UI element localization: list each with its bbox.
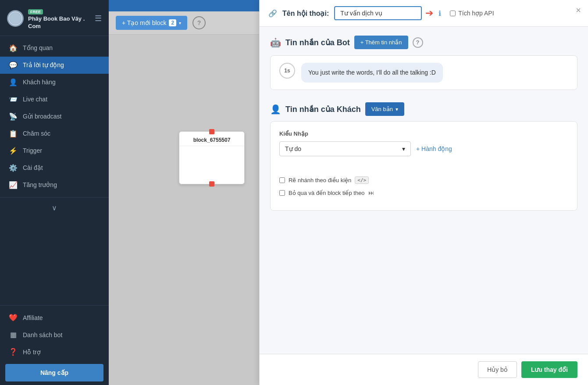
bot-section-help-icon[interactable]: ? — [413, 37, 423, 48]
nav-label-cham-soc: Chăm sóc — [23, 130, 50, 137]
hamburger-icon[interactable]: ☰ — [95, 14, 102, 23]
red-arrow-icon: ➔ — [425, 7, 433, 19]
kieu-nhap-row: Tự do ▾ + Hành động — [279, 141, 568, 156]
nav-icon-khach-hang: 👤 — [9, 78, 18, 86]
cancel-button[interactable]: Hủy bỏ — [478, 361, 517, 378]
nav-label-khach-hang: Khách hàng — [23, 79, 56, 86]
sidebar-item-danh-sach-bot[interactable]: ▦ Danh sách bot — [0, 326, 109, 343]
sidebar-item-live-chat[interactable]: 📨 Live chat — [0, 91, 109, 108]
sidebar-item-cham-soc[interactable]: 📋 Chăm sóc — [0, 125, 109, 142]
block-title: block_6755507 — [179, 134, 244, 146]
api-checkbox[interactable] — [450, 11, 456, 16]
block-body — [179, 146, 244, 181]
message-bubble: 1s You just write the words, I'll do all… — [270, 55, 577, 90]
sidebar: FREE Phây Book Bao Vây . Com ☰ 🏠 Tổng qu… — [0, 0, 109, 385]
block-connector-bottom — [209, 181, 214, 187]
bo-qua-label: Bỏ qua và đến block tiếp theo — [289, 190, 365, 196]
right-panel: 🔗 Tên hội thoại: ➔ ℹ Tích hợp API × 🤖 Ti… — [259, 0, 588, 385]
brand-info: FREE Phây Book Bao Vây . Com — [28, 7, 90, 30]
main-area: Nhận tin mới nhất tại fb.com/groups/ahac… — [109, 0, 588, 385]
add-message-button[interactable]: + Thêm tin nhắn — [354, 36, 408, 49]
brand-logo — [7, 10, 24, 27]
brand-name: Phây Book Bao Vây . Com — [28, 15, 90, 30]
guest-title-row: 👤 Tin nhắn của Khách Văn bản ▾ — [270, 102, 577, 116]
nav-icon-cai-dat: ⚙️ — [9, 164, 18, 172]
panel-footer: Hủy bỏ Lưu thay đổi — [260, 354, 588, 385]
sidebar-item-trigger[interactable]: ⚡ Trigger — [0, 142, 109, 159]
nav-icon-gui-broadcast: 📡 — [9, 112, 18, 121]
nav-icon-affiliate: ❤️ — [9, 313, 18, 322]
sidebar-item-affiliate[interactable]: ❤️ Affiliate — [0, 309, 109, 326]
bot-section-title: Tin nhắn của Bot — [285, 38, 350, 47]
nav-label-tong-quan: Tổng quan — [23, 44, 53, 51]
create-block-button[interactable]: + Tạo mới block 2 ▾ — [116, 16, 187, 30]
van-ban-label: Văn bản — [371, 106, 393, 112]
sidebar-nav: 🏠 Tổng quan💬 Trả lời tự động👤 Khách hàng… — [0, 36, 109, 305]
nav-icon-tang-truong: 📈 — [9, 181, 18, 189]
tu-do-option: Tự do — [285, 145, 301, 152]
sidebar-item-gui-broadcast[interactable]: 📡 Gửi broadcast — [0, 108, 109, 125]
bubble-text[interactable]: You just write the words, I'll do all th… — [301, 63, 443, 83]
upgrade-button[interactable]: Nâng cấp — [5, 364, 103, 381]
bubble-timer: 1s — [279, 63, 295, 79]
help-button[interactable]: ? — [192, 16, 206, 29]
nav-label-trigger: Trigger — [23, 147, 42, 154]
nav-icon-cham-soc: 📋 — [9, 130, 18, 138]
hanh-dong-button[interactable]: + Hành động — [416, 145, 452, 152]
kieu-nhap-label: Kiểu Nhập — [279, 130, 568, 137]
bot-section-title-row: 🤖 Tin nhắn của Bot + Thêm tin nhắn ? — [270, 36, 577, 49]
block-connector-top — [209, 129, 214, 134]
sidebar-divider — [0, 197, 109, 198]
info-icon[interactable]: ℹ — [438, 9, 441, 18]
nav-label-gui-broadcast: Gửi broadcast — [23, 113, 61, 120]
tu-do-select[interactable]: Tự do ▾ — [279, 141, 411, 156]
external-link-icon[interactable]: 🔗 — [268, 9, 277, 18]
sidebar-bottom: ❤️ Affiliate▦ Danh sách bot❓ Hỗ trợ Nâng… — [0, 305, 109, 385]
sidebar-item-tang-truong[interactable]: 📈 Tăng trưởng — [0, 176, 109, 194]
re-nhanh-code-badge: </> — [355, 176, 369, 184]
bot-section: 🤖 Tin nhắn của Bot + Thêm tin nhắn ? 1s … — [260, 27, 588, 101]
sidebar-item-ho-tro[interactable]: ❓ Hỗ trợ — [0, 343, 109, 360]
bo-qua-checkbox[interactable] — [279, 190, 285, 196]
sidebar-header: FREE Phây Book Bao Vây . Com ☰ — [0, 0, 109, 36]
free-badge: FREE — [28, 9, 43, 14]
nav-icon-tra-loi-tu-dong: 💬 — [9, 61, 18, 69]
create-block-arrow-icon: ▾ — [179, 21, 181, 25]
panel-close-button[interactable]: × — [576, 5, 581, 15]
nav-icon-trigger: ⚡ — [9, 147, 18, 155]
nav-label-cai-dat: Cài đặt — [23, 164, 43, 171]
re-nhanh-label: Rẽ nhánh theo điều kiện — [289, 177, 351, 184]
re-nhanh-row: Rẽ nhánh theo điều kiện </> — [279, 176, 568, 184]
panel-title-label: Tên hội thoại: — [282, 9, 329, 18]
panel-title-input[interactable] — [334, 6, 422, 20]
sidebar-item-tra-loi-tu-dong[interactable]: 💬 Trả lời tự động — [0, 57, 109, 74]
sidebar-item-cai-dat[interactable]: ⚙️ Cài đặt — [0, 159, 109, 176]
collapse-button[interactable]: ∨ — [0, 201, 109, 215]
nav-label-tang-truong: Tăng trưởng — [23, 181, 57, 188]
sidebar-item-khach-hang[interactable]: 👤 Khách hàng — [0, 74, 109, 91]
robot-icon: 🤖 — [270, 37, 281, 48]
nav-label-affiliate: Affiliate — [23, 314, 43, 321]
re-nhanh-checkbox[interactable] — [279, 177, 285, 183]
nav-label-ho-tro: Hỗ trợ — [23, 349, 41, 356]
canvas-block[interactable]: block_6755507 — [179, 131, 245, 184]
skip-icon: ⏭ — [368, 189, 374, 196]
add-message-label: + Thêm tin nhắn — [360, 39, 402, 46]
nav-label-live-chat: Live chat — [23, 96, 47, 103]
nav-label-tra-loi-tu-dong: Trả lời tự động — [23, 61, 64, 68]
nav-icon-ho-tro: ❓ — [9, 348, 18, 356]
sidebar-item-tong-quan[interactable]: 🏠 Tổng quan — [0, 40, 109, 57]
api-checkbox-label: Tích hợp API — [450, 10, 494, 17]
guest-section: 👤 Tin nhắn của Khách Văn bản ▾ Kiểu Nhập… — [260, 101, 588, 218]
api-label-text: Tích hợp API — [458, 10, 494, 17]
save-button[interactable]: Lưu thay đổi — [521, 361, 577, 378]
guest-section-title: Tin nhắn của Khách — [285, 104, 361, 114]
nav-icon-danh-sach-bot: ▦ — [9, 331, 18, 339]
nav-icon-live-chat: 📨 — [9, 95, 18, 104]
nav-icon-tong-quan: 🏠 — [9, 44, 18, 52]
tu-do-arrow-icon: ▾ — [402, 145, 405, 152]
van-ban-dropdown[interactable]: Văn bản ▾ — [365, 102, 404, 116]
kieu-nhap-box: Kiểu Nhập Tự do ▾ + Hành động Rẽ nhánh t… — [270, 121, 577, 211]
create-block-label: + Tạo mới block — [122, 19, 166, 26]
panel-header: 🔗 Tên hội thoại: ➔ ℹ Tích hợp API × — [260, 0, 588, 27]
